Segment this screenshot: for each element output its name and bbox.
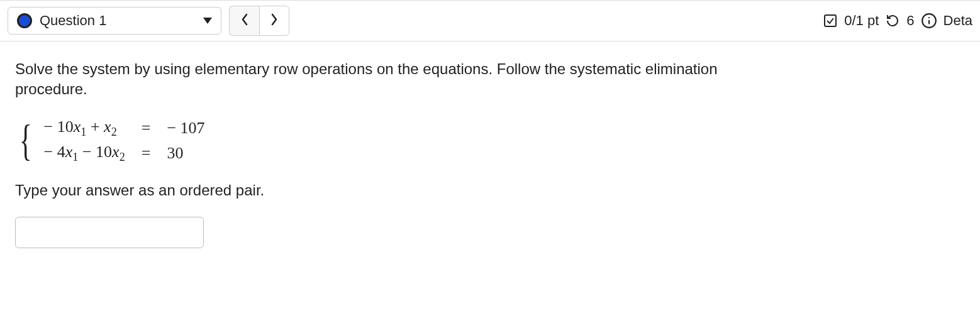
caret-down-icon (203, 18, 212, 24)
question-nav (229, 6, 289, 36)
equation-lhs: − 10x1 + x2 (44, 117, 125, 139)
svg-rect-0 (825, 15, 836, 26)
status-dot-icon (17, 13, 32, 28)
retry-icon (885, 13, 900, 28)
question-body: Solve the system by using elementary row… (0, 41, 980, 266)
question-header-bar: Question 1 0/1 pt 6 Deta (0, 0, 980, 41)
check-icon (823, 13, 838, 28)
points-text: 0/1 pt (844, 13, 879, 29)
svg-point-2 (928, 17, 929, 18)
equals-sign: = (142, 119, 151, 138)
info-icon[interactable] (921, 13, 937, 29)
equation-system: { − 10x1 + x2 = − 107 − 4x1 − 10x2 = 30 (15, 117, 965, 164)
question-label: Question 1 (40, 13, 106, 29)
equals-sign: = (142, 144, 151, 163)
details-label[interactable]: Deta (944, 13, 972, 29)
answer-instruction: Type your answer as an ordered pair. (15, 182, 965, 199)
chevron-left-icon (240, 13, 249, 29)
equation-rhs: 30 (167, 144, 204, 163)
next-question-button[interactable] (259, 6, 289, 36)
chevron-right-icon (270, 13, 279, 29)
attempts-text: 6 (906, 13, 914, 29)
equation-rhs: − 107 (167, 119, 204, 138)
question-selector[interactable]: Question 1 (8, 7, 221, 35)
question-meta: 0/1 pt 6 Deta (823, 13, 972, 29)
left-brace-icon: { (19, 123, 32, 158)
equation-lhs: − 4x1 − 10x2 (44, 143, 125, 164)
prev-question-button[interactable] (229, 6, 259, 36)
question-prompt: Solve the system by using elementary row… (15, 59, 770, 100)
answer-input[interactable] (15, 217, 204, 248)
